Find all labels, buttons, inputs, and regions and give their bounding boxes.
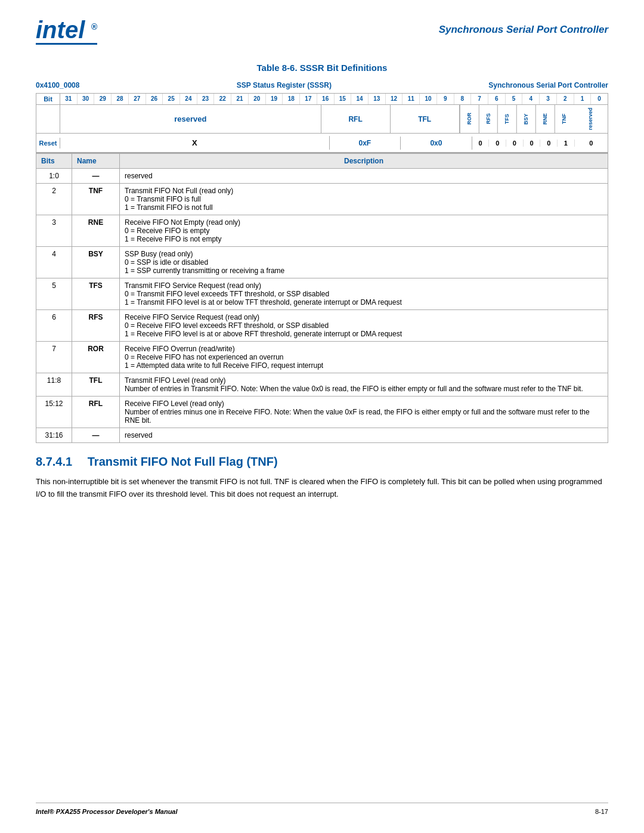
header: inte l ® Synchronous Serial Port Control… xyxy=(36,18,608,45)
bits-cell: 11:8 xyxy=(36,373,72,397)
table-title: Table 8-6. SSSR Bit Definitions xyxy=(36,63,608,73)
register-info: 0x4100_0008 SSP Status Register (SSSR) S… xyxy=(36,81,608,89)
bit-5: 5 xyxy=(506,94,523,104)
col-desc-header: Description xyxy=(120,154,608,169)
bit-7: 7 xyxy=(471,94,488,104)
footer: Intel® PXA255 Processor Developer's Manu… xyxy=(36,803,608,815)
intel-logo: inte l ® xyxy=(36,18,97,45)
field-rfs: RFS xyxy=(479,105,498,133)
bit-23: 23 xyxy=(197,94,215,104)
desc-cell: Receive FIFO Service Request (read only)… xyxy=(120,310,608,342)
table-row: 1:0—reserved xyxy=(36,169,608,184)
bit-31: 31 xyxy=(60,94,78,104)
register-controller: Synchronous Serial Port Controller xyxy=(488,81,608,89)
name-cell: BSY xyxy=(72,247,120,278)
section-body: This non-interruptible bit is set whenev… xyxy=(36,476,608,501)
desc-cell: SSP Busy (read only)0 = SSP is idle or d… xyxy=(120,247,608,278)
name-cell: TNF xyxy=(72,184,120,215)
table-row: 6RFSReceive FIFO Service Request (read o… xyxy=(36,310,608,342)
bit-12: 12 xyxy=(386,94,403,104)
name-cell: — xyxy=(72,428,120,443)
name-cell: — xyxy=(72,169,120,184)
bit-label-spacer xyxy=(36,105,60,133)
desc-cell: Receive FIFO Not Empty (read only)0 = Re… xyxy=(120,215,608,247)
bit-24: 24 xyxy=(180,94,197,104)
bits-cell: 1:0 xyxy=(36,169,72,184)
bit-4: 4 xyxy=(522,94,540,104)
bits-cell: 5 xyxy=(36,278,72,310)
name-cell: RFS xyxy=(72,310,120,342)
table-row: 7RORReceive FIFO Overrun (read/write)0 =… xyxy=(36,342,608,373)
footer-left: Intel® PXA255 Processor Developer's Manu… xyxy=(36,808,178,815)
bit-15: 15 xyxy=(335,94,352,104)
field-rfl: RFL xyxy=(321,105,391,133)
col-bits-header: Bits xyxy=(36,154,72,169)
table-row: 5TFSTransmit FIFO Service Request (read … xyxy=(36,278,608,310)
bit-18: 18 xyxy=(283,94,300,104)
desc-cell: Transmit FIFO Level (read only)Number of… xyxy=(120,373,608,397)
bit-3: 3 xyxy=(540,94,557,104)
bit-22: 22 xyxy=(214,94,231,104)
name-cell: RNE xyxy=(72,215,120,247)
table-row: 15:12RFLReceive FIFO Level (read only)Nu… xyxy=(36,397,608,428)
reset-bit-3: 0 xyxy=(540,140,558,147)
reset-label: Reset xyxy=(36,138,60,148)
bit-16: 16 xyxy=(317,94,335,104)
bits-cell: 7 xyxy=(36,342,72,373)
reset-bit-7: 0 xyxy=(472,140,490,147)
field-rne: RNE xyxy=(535,105,555,133)
field-reserved-right: reserved xyxy=(573,105,608,133)
desc-cell: Receive FIFO Overrun (read/write)0 = Rec… xyxy=(120,342,608,373)
bit-20: 20 xyxy=(249,94,266,104)
bit-6: 6 xyxy=(488,94,506,104)
field-reserved-left: reserved xyxy=(60,105,321,133)
register-name: SSP Status Register (SSSR) xyxy=(237,81,332,89)
section-title: Transmit FIFO Not Full Flag (TNF) xyxy=(88,455,278,468)
reset-row: Reset X 0xF 0x0 0 0 0 0 0 1 0 xyxy=(36,134,608,153)
bit-10: 10 xyxy=(420,94,437,104)
reset-bit-4: 0 xyxy=(524,140,541,147)
bit-28: 28 xyxy=(112,94,129,104)
name-cell: ROR xyxy=(72,342,120,373)
bit-19: 19 xyxy=(266,94,283,104)
header-title: Synchronous Serial Port Controller xyxy=(439,18,608,36)
bit-14: 14 xyxy=(351,94,369,104)
reset-0xf-field: 0xF xyxy=(330,137,401,150)
register-address: 0x4100_0008 xyxy=(36,81,79,89)
reset-x-field: X xyxy=(60,136,330,150)
bit-numbers-row: Bit 31 30 29 28 27 26 25 24 23 22 21 20 … xyxy=(36,94,608,105)
desc-cell: reserved xyxy=(120,428,608,443)
bit-27: 27 xyxy=(129,94,146,104)
name-cell: TFL xyxy=(72,373,120,397)
table-row: 11:8TFLTransmit FIFO Level (read only)Nu… xyxy=(36,373,608,397)
bits-cell: 31:16 xyxy=(36,428,72,443)
field-ror: ROR xyxy=(460,105,479,133)
table-row: 3RNEReceive FIFO Not Empty (read only)0 … xyxy=(36,215,608,247)
reset-bit-2: 1 xyxy=(558,140,575,147)
reset-bit-5: 0 xyxy=(506,140,524,147)
bit-26: 26 xyxy=(146,94,163,104)
name-cell: RFL xyxy=(72,397,120,428)
desc-cell: Receive FIFO Level (read only)Number of … xyxy=(120,397,608,428)
table-row: 4BSYSSP Busy (read only)0 = SSP is idle … xyxy=(36,247,608,278)
field-tnf: TNF xyxy=(555,105,574,133)
desc-cell: reserved xyxy=(120,169,608,184)
footer-right: 8-17 xyxy=(595,808,608,815)
bit-8: 8 xyxy=(454,94,472,104)
bit-label: Bit xyxy=(36,94,60,104)
name-cell: TFS xyxy=(72,278,120,310)
bit-13: 13 xyxy=(369,94,386,104)
table-row: 31:16—reserved xyxy=(36,428,608,443)
field-tfs: TFS xyxy=(497,105,516,133)
reset-bit-6: 0 xyxy=(489,140,506,147)
bit-29: 29 xyxy=(94,94,112,104)
bit-register-table: Bit 31 30 29 28 27 26 25 24 23 22 21 20 … xyxy=(36,93,608,153)
bits-cell: 3 xyxy=(36,215,72,247)
bit-1: 1 xyxy=(574,94,592,104)
bits-cell: 4 xyxy=(36,247,72,278)
bit-17: 17 xyxy=(300,94,317,104)
reset-0x0-field: 0x0 xyxy=(401,137,472,150)
desc-cell: Transmit FIFO Service Request (read only… xyxy=(120,278,608,310)
section-number: 8.7.4.1 xyxy=(36,455,72,468)
table-row: 2TNFTransmit FIFO Not Full (read only)0 … xyxy=(36,184,608,215)
